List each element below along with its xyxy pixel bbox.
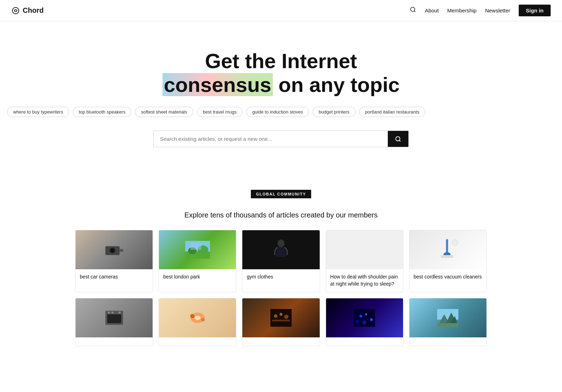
- card-8[interactable]: [326, 298, 403, 346]
- cards-row-2: [75, 298, 487, 346]
- community-section: GLOBAL COMMUNITY Explore tens of thousan…: [68, 190, 494, 346]
- card-0-title: best car cameras: [80, 274, 148, 281]
- svg-point-7: [111, 249, 114, 252]
- svg-rect-8: [120, 249, 123, 252]
- svg-rect-29: [272, 320, 290, 321]
- community-subtitle: Explore tens of thousands of articles cr…: [75, 211, 487, 219]
- svg-point-14: [277, 239, 285, 247]
- svg-line-4: [399, 140, 400, 141]
- svg-point-30: [274, 314, 277, 318]
- tag-2[interactable]: softest sheet materials: [135, 107, 193, 117]
- hero-section: Get the Internet consensus on any topic …: [0, 21, 562, 169]
- svg-point-35: [365, 313, 367, 315]
- card-1-title: best london park: [163, 274, 232, 281]
- tag-3[interactable]: best travel mugs: [197, 107, 243, 117]
- card-4-title: best cordless vacuum cleaners: [414, 274, 482, 281]
- card-4-image: [409, 230, 486, 269]
- nav-right: About Membership Newsletter Sign in: [410, 5, 551, 16]
- search-button[interactable]: [388, 131, 408, 147]
- svg-point-27: [201, 318, 205, 321]
- card-0[interactable]: best car cameras: [75, 230, 153, 292]
- tag-0[interactable]: where to buy typewriters: [7, 107, 69, 117]
- consensus-highlight: consensus: [162, 73, 273, 96]
- card-9[interactable]: [409, 298, 487, 346]
- search-icon[interactable]: [410, 6, 416, 15]
- tag-4[interactable]: guide to induction stoves: [246, 107, 309, 117]
- card-6-image: [159, 298, 236, 337]
- tag-5[interactable]: budget printers: [313, 107, 356, 117]
- hero-title-line2: consensus on any topic: [162, 72, 400, 97]
- svg-rect-20: [107, 314, 121, 323]
- card-0-image: [76, 230, 153, 269]
- community-badge: GLOBAL COMMUNITY: [251, 190, 311, 198]
- svg-point-23: [119, 311, 121, 314]
- logo-icon: [11, 6, 20, 15]
- svg-point-18: [452, 240, 458, 245]
- svg-point-26: [190, 314, 194, 318]
- card-8-image: [326, 298, 403, 337]
- card-3-title: How to deal with shoulder pain at night …: [330, 274, 399, 287]
- logo-text: Chord: [23, 6, 44, 15]
- svg-point-0: [12, 7, 19, 14]
- card-2[interactable]: gym clothes: [242, 230, 320, 292]
- svg-point-3: [396, 137, 400, 141]
- svg-rect-43: [437, 323, 458, 327]
- card-2-title: gym clothes: [247, 274, 315, 281]
- svg-rect-17: [441, 255, 453, 258]
- tag-1[interactable]: top bluetooth speakers: [73, 107, 132, 117]
- hero-title-line1: Get the Internet: [205, 50, 357, 72]
- logo[interactable]: Chord: [11, 6, 44, 15]
- membership-link[interactable]: Membership: [447, 7, 477, 13]
- svg-point-25: [195, 316, 200, 320]
- card-7-image: [242, 298, 319, 337]
- about-link[interactable]: About: [425, 7, 439, 13]
- tags-bar: where to buy typewriters top bluetooth s…: [7, 100, 555, 123]
- navbar: Chord About Membership Newsletter Sign i…: [0, 0, 562, 21]
- search-input[interactable]: [154, 131, 388, 147]
- svg-point-22: [111, 311, 114, 314]
- card-5-image: [76, 298, 153, 337]
- card-1[interactable]: best london park: [159, 230, 236, 292]
- search-button-icon: [395, 136, 401, 142]
- tag-6[interactable]: portland italian restaurants: [359, 107, 425, 117]
- cards-row-1: best car cameras best london park: [75, 230, 487, 292]
- card-3-image: [326, 230, 403, 269]
- card-5[interactable]: [75, 298, 153, 346]
- svg-point-38: [362, 320, 367, 325]
- search-container: [153, 131, 409, 147]
- svg-point-21: [108, 311, 110, 314]
- svg-line-2: [414, 11, 415, 12]
- svg-point-37: [370, 318, 373, 321]
- card-1-image: [159, 230, 236, 269]
- card-7[interactable]: [242, 298, 320, 346]
- card-3[interactable]: How to deal with shoulder pain at night …: [326, 230, 403, 292]
- card-4[interactable]: best cordless vacuum cleaners: [409, 230, 487, 292]
- card-9-image: [409, 298, 486, 337]
- svg-point-31: [280, 313, 282, 316]
- hero-suffix: on any topic: [279, 73, 400, 96]
- newsletter-link[interactable]: Newsletter: [485, 7, 510, 13]
- card-6[interactable]: [159, 298, 236, 346]
- svg-point-32: [284, 315, 288, 319]
- svg-rect-28: [270, 309, 292, 327]
- svg-point-36: [356, 320, 359, 323]
- svg-rect-15: [446, 239, 448, 253]
- card-2-image: [242, 230, 319, 269]
- signin-button[interactable]: Sign in: [519, 5, 551, 16]
- svg-point-34: [359, 315, 362, 318]
- svg-point-1: [411, 7, 415, 11]
- svg-rect-13: [191, 243, 201, 250]
